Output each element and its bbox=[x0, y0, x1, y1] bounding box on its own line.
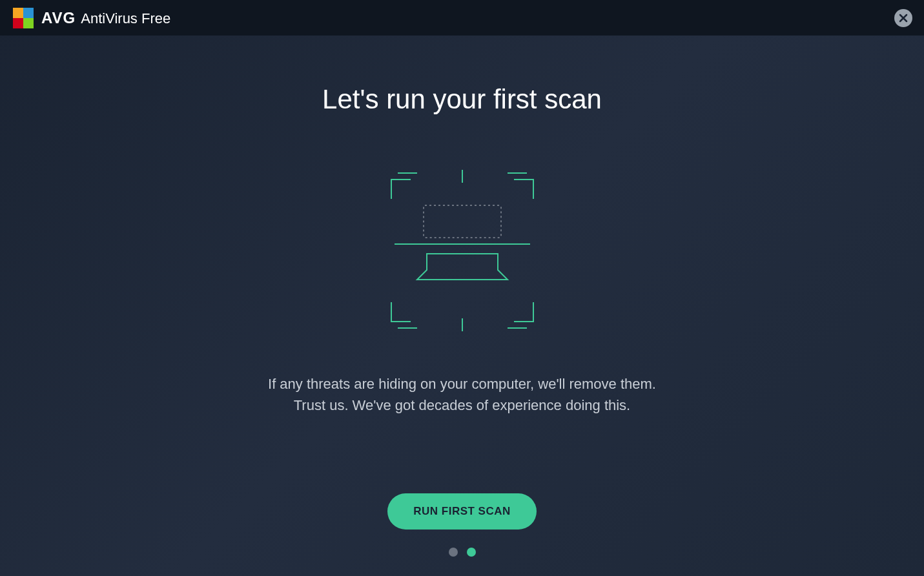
description-line-2: Trust us. We've got decades of experienc… bbox=[268, 395, 656, 416]
close-icon bbox=[899, 14, 908, 23]
product-name: AntiVirus Free bbox=[81, 10, 170, 27]
pagination-dots bbox=[449, 548, 476, 557]
close-button[interactable] bbox=[894, 9, 912, 27]
description-text: If any threats are hiding on your comput… bbox=[268, 373, 656, 416]
brand-name: AVG bbox=[41, 9, 76, 27]
avg-shield-icon bbox=[12, 6, 35, 30]
svg-rect-1 bbox=[23, 8, 34, 18]
pagination-dot-2[interactable] bbox=[467, 548, 476, 557]
description-line-1: If any threats are hiding on your comput… bbox=[268, 373, 656, 395]
scanner-icon bbox=[378, 167, 546, 334]
main-content: Let's run your first scan bbox=[0, 36, 924, 557]
run-first-scan-button[interactable]: RUN FIRST SCAN bbox=[387, 493, 537, 530]
svg-rect-10 bbox=[424, 205, 501, 238]
app-title: AVG AntiVirus Free bbox=[41, 9, 170, 27]
pagination-dot-1[interactable] bbox=[449, 548, 458, 557]
page-heading: Let's run your first scan bbox=[322, 84, 602, 115]
svg-rect-0 bbox=[13, 8, 23, 18]
svg-rect-3 bbox=[23, 18, 34, 28]
svg-rect-2 bbox=[13, 18, 23, 28]
app-logo: AVG AntiVirus Free bbox=[12, 6, 170, 30]
titlebar: AVG AntiVirus Free bbox=[0, 0, 924, 36]
scan-illustration bbox=[378, 167, 546, 334]
